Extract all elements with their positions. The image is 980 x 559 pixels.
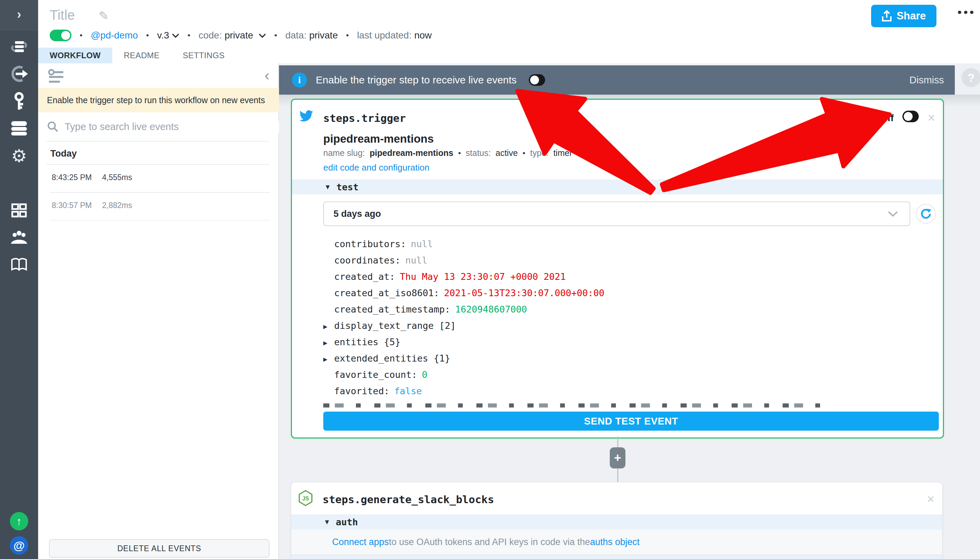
- close-step-button[interactable]: ×: [927, 111, 935, 124]
- auths-object-link[interactable]: auths object: [590, 537, 640, 547]
- event-time: 8:30:57 PM: [52, 201, 92, 210]
- sidebar-support-button[interactable]: @: [0, 536, 38, 555]
- dismiss-button[interactable]: Dismiss: [909, 74, 944, 86]
- event-group-label: Today: [50, 149, 77, 159]
- people-icon: [10, 230, 28, 245]
- auth-help-text: to use OAuth tokens and API keys in code…: [389, 537, 590, 547]
- payload-key: favorite_count:: [334, 369, 417, 380]
- workflow-title[interactable]: Title: [49, 8, 75, 23]
- key-icon: [12, 92, 26, 112]
- caret-down-icon: ▼: [324, 183, 331, 191]
- plus-icon: +: [614, 451, 621, 465]
- trigger-title: pipedream-mentions: [323, 132, 434, 146]
- search-input[interactable]: [64, 121, 287, 133]
- version-dropdown[interactable]: v.3: [157, 30, 179, 41]
- search-row: [38, 112, 296, 141]
- workflow-meta-row: • @pd-demo • v.3 • code: private • data:…: [49, 28, 432, 42]
- sidebar-item-sql[interactable]: [0, 120, 38, 137]
- payload-key: created_at_timestamp:: [334, 304, 450, 314]
- payload-expandable-row[interactable]: ▶extended_entities {1}: [323, 350, 450, 367]
- payload-value: 1620948607000: [455, 304, 527, 314]
- separator-dot: •: [146, 31, 149, 40]
- more-menu-button[interactable]: •••: [957, 5, 976, 19]
- payload-expandable-row[interactable]: ▶entities {5}: [323, 334, 401, 350]
- banner-live-events-toggle[interactable]: [529, 74, 545, 86]
- divider: [46, 141, 269, 142]
- edit-title-pencil-icon[interactable]: ✎: [99, 9, 109, 23]
- delete-all-events-button[interactable]: DELETE ALL EVENTS: [49, 539, 269, 557]
- collapse-panel-button[interactable]: ‹: [264, 67, 269, 84]
- event-source-icon: [10, 65, 28, 83]
- edit-code-link[interactable]: edit code and configuration: [323, 162, 429, 173]
- event-duration: 2,882ms: [102, 201, 132, 210]
- tab-readme[interactable]: README: [112, 48, 171, 63]
- apps-grid-icon: [11, 202, 27, 218]
- chevron-right-icon: ›: [17, 7, 21, 22]
- test-event-select[interactable]: 5 days ago: [323, 202, 910, 226]
- code-visibility-dropdown[interactable]: code: private: [198, 30, 266, 41]
- sidebar-item-accounts[interactable]: [0, 92, 38, 112]
- refresh-event-button[interactable]: [916, 204, 936, 224]
- deploy-toggle[interactable]: [49, 30, 71, 41]
- share-button[interactable]: Share: [871, 5, 936, 27]
- account-link[interactable]: @pd-demo: [91, 30, 138, 41]
- payload-value: null: [411, 239, 433, 249]
- test-section-header[interactable]: ▼ test: [292, 179, 943, 194]
- sidebar-item-docs[interactable]: [0, 256, 38, 274]
- payload-key: favorited:: [334, 386, 389, 396]
- trigger-step-card: steps.trigger Off × pipedream-mentions n…: [291, 99, 944, 438]
- separator-dot: •: [274, 31, 277, 40]
- workflows-icon: [10, 39, 28, 55]
- database-icon: [10, 121, 28, 136]
- at-sign-icon: @: [13, 539, 25, 552]
- caret-right-icon: ▶: [323, 318, 334, 335]
- payload-value: false: [394, 386, 422, 396]
- event-duration: 4,555ms: [102, 173, 132, 182]
- sidebar-item-apps[interactable]: [0, 202, 38, 219]
- event-row[interactable]: 8:43:25 PM 4,555ms: [38, 165, 278, 192]
- sidebar-upgrade-button[interactable]: ↑: [0, 512, 38, 531]
- separator-dot: •: [188, 31, 190, 40]
- open-book-icon: [10, 257, 28, 272]
- sidebar-expand-button[interactable]: ›: [0, 6, 38, 23]
- clipped-payload-row: [323, 404, 834, 407]
- share-upload-icon: [882, 10, 892, 22]
- close-step-button[interactable]: ×: [927, 493, 934, 506]
- sidebar-item-workflows[interactable]: [0, 38, 38, 56]
- help-button[interactable]: ?: [962, 68, 980, 87]
- auth-section-header[interactable]: ▼ auth: [291, 514, 942, 529]
- tab-settings[interactable]: SETTINGS: [171, 48, 236, 63]
- gear-icon: ⚙: [11, 146, 27, 166]
- payload-key: coordinates:: [334, 255, 401, 266]
- header: Title ✎ • @pd-demo • v.3 • code: private…: [38, 0, 980, 64]
- payload-key: created_at_iso8601:: [334, 288, 439, 298]
- payload-expandable-row[interactable]: ▶display_text_range [2]: [323, 318, 456, 334]
- payload-key: contributors:: [334, 239, 406, 249]
- caret-right-icon: ▶: [323, 335, 334, 351]
- inspector-notice-banner: Enable the trigger step to run this work…: [38, 88, 296, 112]
- payload-value: null: [405, 255, 427, 266]
- search-icon: [47, 121, 59, 132]
- trigger-meta-row: name slug: pipedream-mentions • status: …: [323, 148, 572, 158]
- sidebar-item-sources[interactable]: [0, 64, 38, 83]
- arrow-up-icon: ↑: [16, 515, 22, 528]
- add-step-button[interactable]: +: [610, 447, 625, 468]
- connect-apps-link[interactable]: Connect apps: [332, 537, 389, 547]
- workflow-canvas: i Enable the trigger step to receive liv…: [279, 63, 980, 559]
- caret-right-icon: ▶: [323, 351, 334, 367]
- send-test-event-button[interactable]: SEND TEST EVENT: [323, 412, 939, 431]
- sidebar-item-settings[interactable]: ⚙: [0, 146, 38, 165]
- sidebar: ›: [0, 0, 38, 559]
- twitter-icon: [299, 110, 313, 122]
- tab-workflow[interactable]: WORKFLOW: [38, 48, 112, 63]
- payload-value: Thu May 13 23:30:07 +0000 2021: [400, 271, 566, 282]
- code-step-card: JS steps.generate_slack_blocks × ▼ auth …: [291, 482, 942, 559]
- separator-dot: •: [346, 31, 349, 40]
- inspector-filter-icon[interactable]: [48, 69, 68, 84]
- event-row[interactable]: 8:30:57 PM 2,882ms: [38, 193, 278, 220]
- banner-text: Enable the trigger step to receive live …: [316, 74, 516, 86]
- sidebar-item-community[interactable]: [0, 229, 38, 246]
- trigger-on-off-toggle[interactable]: [902, 111, 919, 122]
- chevron-left-icon: ‹: [264, 67, 269, 83]
- chevron-down-icon: [888, 211, 898, 217]
